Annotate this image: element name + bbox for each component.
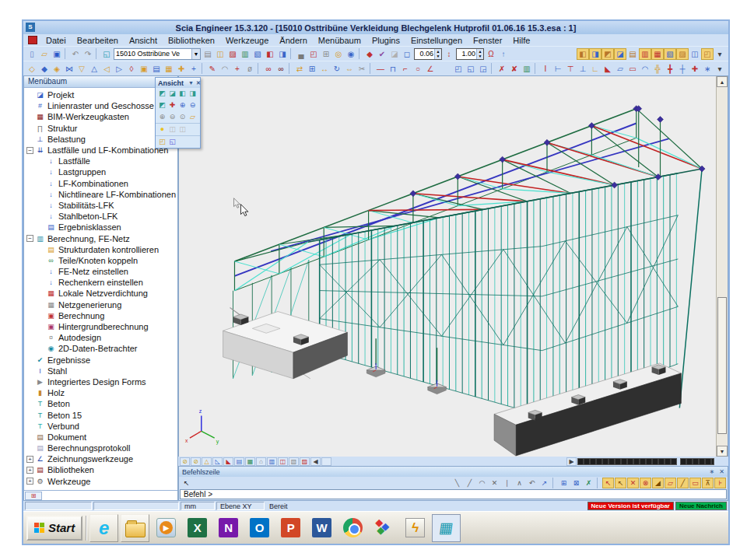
clip-1-icon[interactable]: ⊘: [180, 457, 190, 466]
select-previous-icon[interactable]: ▽: [75, 63, 88, 75]
tree-item-2d-daten-betrachter[interactable]: ◉2D-Daten-Betrachter: [24, 343, 177, 354]
draw-angle-icon[interactable]: ∠: [424, 63, 437, 75]
dot-grid-icon[interactable]: ⊞: [558, 478, 570, 488]
mirror-icon[interactable]: ↔: [318, 63, 331, 75]
draw-line-2-icon[interactable]: ╱: [464, 478, 475, 488]
tree-item-stahlbeton-lfk[interactable]: ↓Stahlbeton-LFK: [24, 211, 177, 222]
taskbar-winamp[interactable]: ϟ: [401, 514, 430, 542]
print-icon[interactable]: ▄: [295, 48, 307, 60]
draw-line-tool-icon[interactable]: ╲: [451, 478, 463, 488]
zoom-window-icon[interactable]: ⊕: [157, 112, 167, 122]
taskbar-media-player[interactable]: ▶: [152, 514, 181, 542]
deselect-icon[interactable]: △: [88, 63, 100, 75]
shading-icon[interactable]: ◩: [601, 48, 614, 60]
member-1d-icon[interactable]: Ⅰ: [539, 63, 552, 75]
print-preview-icon[interactable]: ◰: [307, 48, 320, 60]
scroll-up-icon[interactable]: ▲: [717, 76, 728, 87]
filter-icon[interactable]: ✚: [175, 63, 188, 75]
view-side-icon[interactable]: ◧: [177, 89, 188, 99]
snap-endpoint-icon[interactable]: ↖: [602, 478, 614, 488]
taskbar-chrome[interactable]: [338, 514, 367, 542]
workspace-icon[interactable]: ▤: [202, 48, 214, 60]
zoom-selection-icon[interactable]: ⊙: [177, 112, 188, 122]
clipping-box-icon[interactable]: ◰: [701, 48, 714, 60]
snap-parallel-icon[interactable]: ▱: [665, 478, 676, 488]
snap-box-icon[interactable]: ▭: [689, 478, 701, 488]
select-add-icon[interactable]: ◆: [38, 63, 51, 75]
tree-tab-button[interactable]: ⊞: [25, 492, 42, 500]
show-reinforcement-icon[interactable]: ◣: [223, 457, 233, 466]
hide-selection-icon[interactable]: ▣: [138, 63, 150, 75]
table-composer-icon[interactable]: ⊞: [320, 48, 332, 60]
table-results-icon[interactable]: ◫: [278, 457, 288, 466]
menu-men-baum[interactable]: Menübaum: [313, 36, 366, 45]
invert-selection-icon[interactable]: ▦: [163, 63, 175, 75]
select-single-icon[interactable]: ◇: [26, 63, 38, 75]
viewport-vertical-scrollbar[interactable]: ▲ ▼: [716, 76, 728, 457]
scroll-left-icon[interactable]: ◀: [310, 457, 321, 466]
palette-titlebar[interactable]: Ansicht ▼ ✕: [156, 78, 200, 88]
add-to-library-icon[interactable]: ▥: [521, 63, 533, 75]
tree-item-strukturdaten-kontrollieren[interactable]: ▤Strukturdaten kontrollieren: [24, 244, 177, 255]
menu-einstellungen[interactable]: Einstellungen: [405, 36, 468, 45]
tree-item-autodesign[interactable]: ¤Autodesign: [24, 332, 177, 343]
plus-expander-icon[interactable]: +: [26, 478, 33, 485]
menu-fenster[interactable]: Fenster: [468, 36, 507, 45]
shaded-mode-icon[interactable]: ◱: [167, 137, 177, 147]
tree-item-dokument[interactable]: ▤Dokument: [24, 432, 177, 443]
plate-icon[interactable]: ⊥: [577, 63, 589, 75]
animation-bar-2[interactable]: [680, 458, 714, 465]
walkthrough-icon[interactable]: ↑: [497, 48, 510, 60]
animation-bar-1[interactable]: [577, 458, 677, 465]
camera-view-icon[interactable]: Ω: [485, 48, 497, 60]
project-window-icon[interactable]: ◱: [100, 48, 113, 60]
snap-extension-icon[interactable]: ⊼: [702, 478, 714, 488]
node-tool-icon[interactable]: ┼: [676, 63, 689, 75]
tree-item-stabilit-ts-lfk[interactable]: ↓Stabilitäts-LFK: [24, 200, 177, 211]
paperspace-icon[interactable]: ◧: [264, 48, 276, 60]
trim-icon[interactable]: ✂: [356, 63, 368, 75]
zoom-in-icon[interactable]: ⊕: [177, 100, 188, 110]
scia-menu-icon[interactable]: [28, 36, 37, 44]
taskbar-onenote[interactable]: N: [214, 514, 243, 542]
select-by-property-icon[interactable]: ◁: [100, 63, 113, 75]
select-labeled-icon[interactable]: ▷: [113, 63, 125, 75]
selection-options-icon[interactable]: +: [188, 63, 200, 75]
show-activity-icon[interactable]: ⌂: [256, 457, 266, 466]
support-icon[interactable]: ▭: [626, 63, 639, 75]
command-panel-titlebar[interactable]: Befehlszeile ∗ ✕: [179, 467, 728, 477]
draw-circle-icon[interactable]: ○: [412, 63, 424, 75]
select-poly-icon[interactable]: ◈: [51, 63, 63, 75]
erase-icon[interactable]: ✕: [489, 478, 500, 488]
tree-item-nichtlineare-lf-kombinationen[interactable]: ↓Nichtlineare LF-Kombinationen: [24, 189, 177, 200]
tree-item-bibliotheken[interactable]: +▤Bibliotheken: [24, 464, 177, 475]
menu-ansicht[interactable]: Ansicht: [124, 36, 163, 45]
scroll-down-icon[interactable]: ▼: [717, 446, 728, 457]
menu-plugins[interactable]: Plugins: [366, 36, 405, 45]
structure-3d-model[interactable]: zxy: [179, 76, 716, 457]
tree-item-lastf-lle[interactable]: ↓Lastfälle: [24, 156, 177, 166]
show-all-icon[interactable]: ▤: [150, 63, 163, 75]
calculator-icon[interactable]: ◆: [363, 48, 376, 60]
open-view-icon[interactable]: ▱: [188, 112, 198, 122]
minus-expander-icon[interactable]: −: [26, 235, 33, 242]
view-axo-icon[interactable]: ◨: [188, 89, 198, 99]
palette-dropdown-icon[interactable]: ▼: [188, 80, 194, 86]
show-results-icon[interactable]: ◺: [212, 457, 223, 466]
show-layers-icon[interactable]: ▦: [245, 457, 255, 466]
taskbar-excel[interactable]: X: [183, 514, 212, 542]
tree-item-hintergrundberechnung[interactable]: ▣Hintergrundberechnung: [24, 321, 177, 332]
tree-item-beton[interactable]: TBeton: [24, 398, 177, 409]
draw-line-icon[interactable]: —: [374, 63, 387, 75]
zoom-selection-icon[interactable]: ◊: [125, 63, 138, 75]
plus-expander-icon[interactable]: +: [26, 456, 33, 463]
command-input[interactable]: Befehl >: [180, 489, 727, 499]
render-solid-icon[interactable]: ◨: [589, 48, 601, 60]
snap-orthogonal-icon[interactable]: ⊗: [640, 478, 651, 488]
cross-link-icon[interactable]: ╋: [664, 63, 676, 75]
menu-bibliotheken[interactable]: Bibliotheken: [163, 36, 220, 45]
taskbar-internet-explorer[interactable]: e: [89, 514, 118, 542]
tree-item-zeichnungswerkzeuge[interactable]: +∠Zeichnungswerkzeuge: [24, 453, 177, 464]
redo-icon[interactable]: ↷: [82, 48, 94, 60]
cascade-windows-icon[interactable]: ◱: [465, 63, 477, 75]
